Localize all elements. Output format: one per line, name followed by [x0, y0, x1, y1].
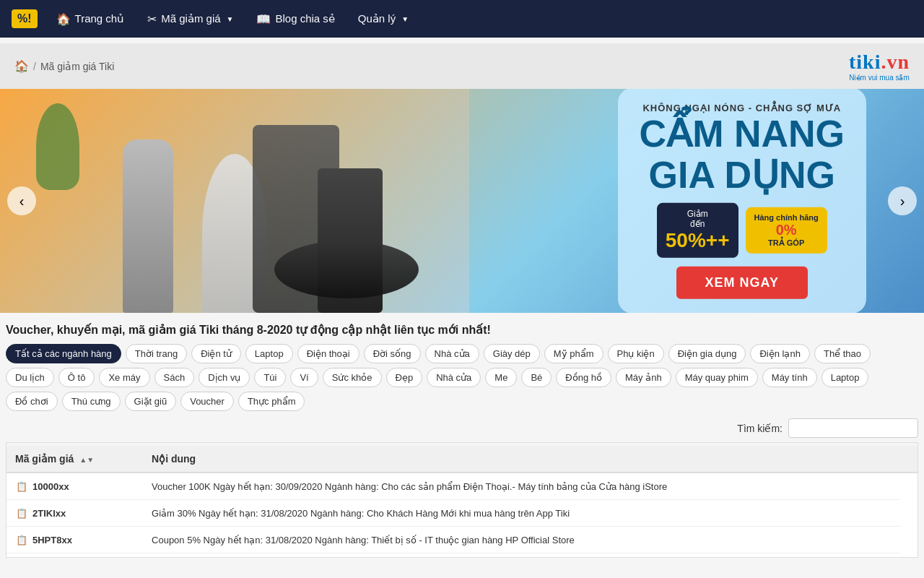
- coupon-table: Mã giảm giá ▲▼ Nội dung 📋 10000xx Vouche…: [6, 446, 918, 558]
- table-row: 📋 5STIKxx Giảm 9% Ngày hết hạn: 31/08/20…: [6, 553, 918, 558]
- filter-beauty[interactable]: Đẹp: [386, 368, 423, 387]
- copy-icon[interactable]: 📋: [15, 480, 28, 493]
- filter-shoes[interactable]: Giày dép: [484, 344, 540, 363]
- tiki-logo-text: tiki.vn: [849, 51, 910, 74]
- filter-health[interactable]: Sức khỏe: [323, 368, 382, 387]
- filter-appliances[interactable]: Điện gia dụng: [668, 344, 746, 363]
- blender-appliance: [123, 139, 173, 313]
- nav-blog[interactable]: 📖 Blog chia sẻ: [246, 7, 344, 32]
- content-cell: Giảm 9% Ngày hết hạn: 31/08/2020 Ngành h…: [143, 553, 900, 558]
- nav-blog-label: Blog chia sẻ: [275, 12, 334, 25]
- filter-kids[interactable]: Bé: [521, 368, 552, 387]
- genuine-line1: Hàng chính hãng: [754, 213, 819, 222]
- page-content: Voucher, khuyến mại, mã giảm giá Tiki th…: [0, 323, 924, 558]
- discount-value: 50%++: [666, 229, 730, 251]
- filter-tags-row3: Đồ chơi Thú cưng Giặt giũ Voucher Thực p…: [6, 392, 918, 411]
- blog-icon: 📖: [256, 12, 271, 26]
- banner-badges: Giảmđến 50%++ Hàng chính hãng 0% TRẢ GÓP: [640, 203, 845, 258]
- nav-coupon-label: Mã giảm giá: [161, 12, 220, 25]
- table-row: 📋 5HPT8xx Coupon 5% Ngày hết hạn: 31/08/…: [6, 527, 918, 553]
- filter-all[interactable]: Tất cả các ngành hàng: [6, 344, 121, 363]
- nav-manage[interactable]: Quản lý ▼: [348, 7, 419, 31]
- coupon-icon: ✂: [147, 12, 157, 26]
- banner-cta-button[interactable]: XEM NGAY: [676, 267, 808, 299]
- banner: KHÔNG NGẠI NÓNG - CHẲNG SỢ MƯA CẨM NANG …: [0, 89, 924, 313]
- filter-camcorder[interactable]: Máy quay phim: [676, 368, 758, 387]
- content-cell: Giảm 30% Ngày hết hạn: 31/08/2020 Ngành …: [143, 500, 900, 527]
- tiki-logo-sub: Niềm vui mua sắm: [849, 74, 910, 82]
- filter-car[interactable]: Ô tô: [58, 368, 95, 387]
- banner-promo-box: KHÔNG NGẠI NÓNG - CHẲNG SỢ MƯA CẨM NANG …: [618, 89, 866, 313]
- filter-wallet[interactable]: Ví: [290, 368, 318, 387]
- filter-camera[interactable]: Máy ảnh: [616, 368, 671, 387]
- copy-icon[interactable]: 📋: [15, 533, 28, 546]
- home-icon: 🏠: [56, 12, 71, 26]
- filter-refrigerator[interactable]: Điện lạnh: [750, 344, 809, 363]
- filter-washing[interactable]: Giặt giũ: [125, 392, 177, 411]
- page-title: Voucher, khuyến mại, mã giảm giá Tiki th…: [6, 323, 918, 337]
- code-cell: 📋 5HPT8xx: [6, 527, 143, 553]
- filter-bag[interactable]: Túi: [254, 368, 286, 387]
- filter-motorbike[interactable]: Xe máy: [99, 368, 149, 387]
- filter-laptop[interactable]: Laptop: [245, 344, 293, 363]
- banner-title-line1: CẨM NANG: [640, 113, 845, 155]
- filter-toys[interactable]: Đồ chơi: [6, 392, 58, 411]
- table-row: 📋 10000xx Voucher 100K Ngày hết hạn: 30/…: [6, 473, 918, 500]
- filter-lifestyle[interactable]: Đời sống: [364, 344, 421, 363]
- col-code-header[interactable]: Mã giảm giá ▲▼: [6, 446, 143, 473]
- banner-appliances-bg: [0, 89, 469, 313]
- genuine-line2: TRẢ GÓP: [754, 238, 819, 248]
- breadcrumb-current: Mã giảm giá Tiki: [40, 61, 114, 72]
- search-label: Tìm kiếm:: [737, 423, 783, 434]
- filter-travel[interactable]: Du lịch: [6, 368, 54, 387]
- filter-voucher[interactable]: Voucher: [180, 392, 234, 411]
- filter-pets[interactable]: Thú cưng: [62, 392, 121, 411]
- filter-watch[interactable]: Đồng hồ: [556, 368, 611, 387]
- manage-arrow-icon: ▼: [401, 15, 409, 23]
- filter-tags-row2: Du lịch Ô tô Xe máy Sách Dịch vụ Túi Ví …: [6, 368, 918, 387]
- logo[interactable]: %!: [12, 9, 38, 28]
- breadcrumb-home-icon[interactable]: 🏠: [14, 59, 29, 73]
- banner-next-button[interactable]: ›: [888, 186, 917, 215]
- filter-food[interactable]: Thực phẩm: [238, 392, 305, 411]
- filter-electronics[interactable]: Điện tử: [191, 344, 241, 363]
- code-value[interactable]: 5HPT8xx: [32, 535, 72, 545]
- code-cell: 📋 5STIKxx: [6, 553, 143, 558]
- filter-phone[interactable]: Điện thoại: [297, 344, 359, 363]
- code-value[interactable]: 10000xx: [32, 481, 69, 492]
- filter-books[interactable]: Sách: [154, 368, 195, 387]
- discount-prefix: Giảmđến: [666, 209, 730, 229]
- content-cell: Voucher 100K Ngày hết hạn: 30/09/2020 Ng…: [143, 473, 900, 500]
- filter-service[interactable]: Dịch vụ: [199, 368, 250, 387]
- filter-accessories[interactable]: Phụ kiện: [608, 344, 664, 363]
- filter-cosmetics[interactable]: Mỹ phẩm: [544, 344, 603, 363]
- banner-prev-button[interactable]: ‹: [7, 186, 36, 215]
- grill-pan-appliance: [274, 241, 419, 298]
- col-content-header: Nội dung: [143, 446, 900, 473]
- search-input[interactable]: [788, 418, 918, 438]
- filter-home2[interactable]: Nhà cửa: [427, 368, 481, 387]
- sort-icon: ▲▼: [79, 456, 94, 464]
- banner-subtitle: KHÔNG NGẠI NÓNG - CHẲNG SỢ MƯA: [640, 103, 845, 113]
- nav-coupon[interactable]: ✂ Mã giảm giá ▼: [137, 7, 243, 32]
- filter-mom[interactable]: Me: [485, 368, 517, 387]
- filter-tags-row1: Tất cả các ngành hàng Thời trang Điện tử…: [6, 344, 918, 363]
- filter-fashion[interactable]: Thời trang: [126, 344, 187, 363]
- breadcrumb: 🏠 / Mã giảm giá Tiki: [14, 59, 114, 73]
- filter-sports[interactable]: Thể thao: [814, 344, 871, 363]
- tiki-logo: tiki.vn Niềm vui mua sắm: [849, 51, 910, 82]
- search-row: Tìm kiếm:: [6, 418, 918, 438]
- filter-computer[interactable]: Máy tính: [762, 368, 817, 387]
- nav-manage-label: Quản lý: [358, 12, 396, 25]
- copy-icon[interactable]: 📋: [15, 506, 28, 519]
- coupon-table-wrapper: Mã giảm giá ▲▼ Nội dung 📋 10000xx Vouche…: [6, 442, 918, 558]
- banner-genuine-badge: Hàng chính hãng 0% TRẢ GÓP: [746, 207, 827, 254]
- scroll-col: [900, 446, 918, 473]
- breadcrumb-separator: /: [33, 61, 36, 72]
- content-cell: Coupon 5% Ngày hết hạn: 31/08/2020 Ngành…: [143, 527, 900, 553]
- filter-home[interactable]: Nhà cửa: [425, 344, 479, 363]
- col-content-label: Nội dung: [152, 453, 196, 465]
- nav-home[interactable]: 🏠 Trang chủ: [46, 7, 135, 32]
- filter-laptop2[interactable]: Laptop: [821, 368, 869, 387]
- code-value[interactable]: 2TIKlxx: [32, 508, 66, 519]
